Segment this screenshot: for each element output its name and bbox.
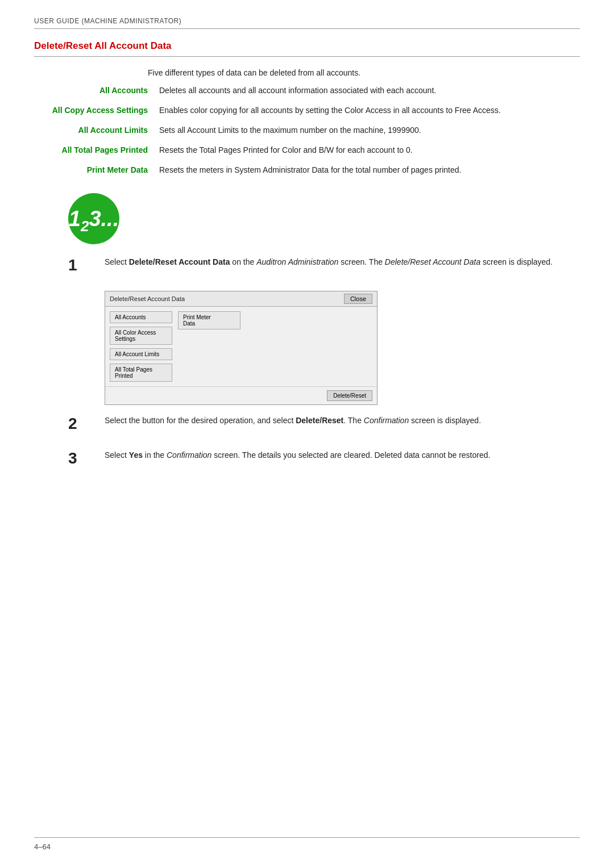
dialog-body: All Accounts All Color AccessSettings Al… — [105, 307, 377, 386]
page-header: User Guide (Machine Administrator) — [34, 17, 580, 29]
step-text-2: Select the button for the desired operat… — [105, 414, 580, 427]
dialog-delete-reset-button[interactable]: Delete/Reset — [327, 390, 372, 401]
section-title: Delete/Reset All Account Data — [34, 40, 580, 57]
row-desc-account-limits: Sets all Account Limits to the maximum n… — [159, 124, 580, 136]
dialog-btn-account-limits[interactable]: All Account Limits — [110, 348, 172, 360]
step-3: 3 Select Yes in the Confirmation screen.… — [68, 449, 580, 468]
header-label: User Guide (Machine Administrator) — [34, 17, 181, 25]
data-table: All Accounts Deletes all accounts and al… — [34, 85, 580, 176]
step-1: 1 Select Delete/Reset Account Data on th… — [68, 256, 580, 275]
row-desc-all-accounts: Deletes all accounts and all account inf… — [159, 85, 580, 97]
dialog-btn-color-access[interactable]: All Color AccessSettings — [110, 327, 172, 345]
row-label-print-meter: Print Meter Data — [34, 164, 159, 176]
data-row: All Total Pages Printed Resets the Total… — [34, 144, 580, 156]
row-desc-copy-access: Enables color copying for all accounts b… — [159, 105, 580, 116]
page-number: 4–64 — [34, 842, 51, 851]
intro-text: Five different types of data can be dele… — [148, 67, 580, 79]
steps-section: 1 Select Delete/Reset Account Data on th… — [68, 256, 580, 468]
step-number-1: 1 — [68, 256, 97, 275]
step-2: 2 Select the button for the desired oper… — [68, 414, 580, 433]
step-number-2: 2 — [68, 414, 97, 433]
dialog-mockup: Delete/Reset Account Data Close All Acco… — [105, 291, 377, 405]
row-desc-total-pages: Resets the Total Pages Printed for Color… — [159, 144, 580, 156]
step-text-3: Select Yes in the Confirmation screen. T… — [105, 449, 580, 461]
dialog-btn-total-pages[interactable]: All Total PagesPrinted — [110, 364, 172, 382]
data-row: All Accounts Deletes all accounts and al… — [34, 85, 580, 97]
icon-section: 123... — [68, 193, 580, 244]
steps-icon: 123... — [68, 193, 119, 244]
row-label-all-accounts: All Accounts — [34, 85, 159, 97]
dialog-close-button[interactable]: Close — [344, 294, 372, 304]
row-label-account-limits: All Account Limits — [34, 124, 159, 136]
row-label-copy-access: All Copy Access Settings — [34, 105, 159, 116]
dialog-titlebar: Delete/Reset Account Data Close — [105, 291, 377, 307]
step-number-3: 3 — [68, 449, 97, 468]
data-row: Print Meter Data Resets the meters in Sy… — [34, 164, 580, 176]
dialog-title: Delete/Reset Account Data — [110, 295, 185, 302]
dialog-right-col: Print MeterData — [178, 311, 240, 382]
dialog-btn-print-meter[interactable]: Print MeterData — [178, 311, 240, 329]
step-text-1: Select Delete/Reset Account Data on the … — [105, 256, 580, 268]
data-row: All Account Limits Sets all Account Limi… — [34, 124, 580, 136]
row-desc-print-meter: Resets the meters in System Administrato… — [159, 164, 580, 176]
footer: 4–64 — [34, 837, 580, 851]
data-row: All Copy Access Settings Enables color c… — [34, 105, 580, 116]
row-label-total-pages: All Total Pages Printed — [34, 144, 159, 156]
dialog-footer: Delete/Reset — [105, 386, 377, 404]
dialog-btn-all-accounts[interactable]: All Accounts — [110, 311, 172, 323]
dialog-left-col: All Accounts All Color AccessSettings Al… — [110, 311, 172, 382]
